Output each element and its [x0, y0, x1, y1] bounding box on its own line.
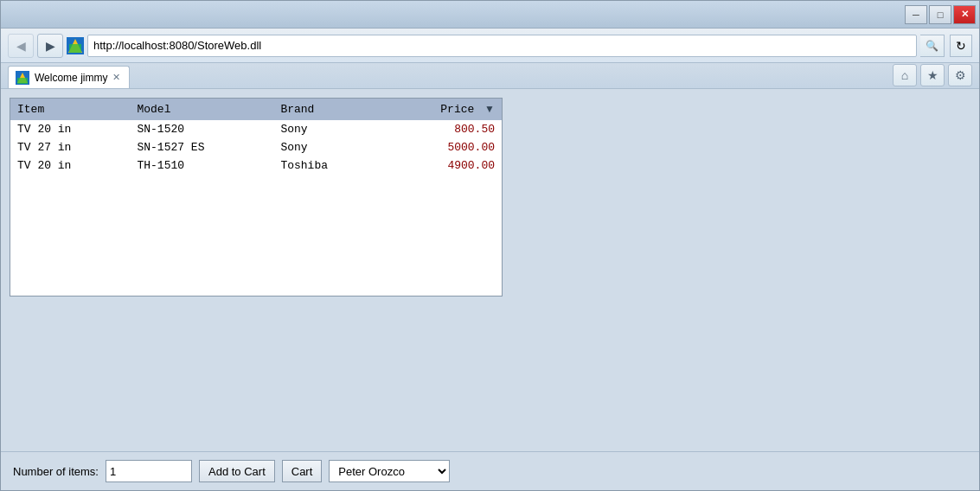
product-table-container: Item Model Brand Price ▼	[10, 98, 503, 297]
cell-model: SN-1527 ES	[130, 138, 273, 156]
tab-icon	[16, 71, 29, 85]
right-nav: ⌂ ★ ⚙	[893, 64, 972, 88]
refresh-button[interactable]: ↻	[950, 35, 972, 57]
qty-label: Number of items:	[13, 465, 99, 478]
customer-dropdown[interactable]: Peter OrozcoJohn SmithJane Doe	[329, 460, 450, 482]
back-button[interactable]: ◀	[8, 34, 34, 58]
tab-bar: Welcome jimmy ✕ ⌂ ★ ⚙	[1, 63, 979, 89]
cell-item: TV 20 in	[10, 156, 130, 175]
address-bar[interactable]	[87, 35, 917, 57]
svg-rect-2	[69, 44, 81, 53]
cell-brand: Sony	[273, 138, 381, 156]
title-bar: ─ □ ✕	[1, 1, 979, 29]
col-header-model: Model	[130, 99, 273, 120]
window-controls: ─ □ ✕	[905, 5, 976, 24]
favorites-button[interactable]: ★	[920, 64, 945, 86]
cell-brand: Sony	[273, 120, 381, 138]
cell-item: TV 20 in	[10, 120, 130, 138]
cell-price: 5000.00	[381, 138, 502, 156]
col-header-item: Item	[10, 99, 130, 120]
cell-model: TH-1510	[130, 156, 273, 175]
tab-close-button[interactable]: ✕	[112, 72, 120, 83]
col-header-brand: Brand	[273, 99, 381, 120]
table-header-row: Item Model Brand Price ▼	[10, 99, 502, 120]
quantity-input[interactable]	[106, 460, 192, 482]
close-button[interactable]: ✕	[953, 5, 976, 24]
content-area: Item Model Brand Price ▼	[1, 89, 979, 451]
table-row[interactable]: TV 20 in TH-1510 Toshiba 4900.00	[10, 156, 502, 175]
product-table: Item Model Brand Price ▼	[10, 99, 502, 175]
bottom-bar: Number of items: Add to Cart Cart Peter …	[1, 451, 979, 490]
svg-rect-5	[17, 78, 28, 84]
settings-button[interactable]: ⚙	[948, 64, 972, 86]
nav-bar: ◀ ▶ 🔍 ↻	[1, 29, 979, 63]
tab-label: Welcome jimmy	[35, 72, 107, 84]
minimize-button[interactable]: ─	[905, 5, 927, 24]
cell-item: TV 27 in	[10, 138, 130, 156]
home-button[interactable]: ⌂	[893, 64, 917, 86]
active-tab[interactable]: Welcome jimmy ✕	[8, 66, 130, 88]
maximize-button[interactable]: □	[929, 5, 951, 24]
cart-button[interactable]: Cart	[282, 460, 323, 482]
cell-brand: Toshiba	[273, 156, 381, 175]
table-row[interactable]: TV 20 in SN-1520 Sony 800.50	[10, 120, 502, 138]
col-header-price: Price ▼	[381, 99, 502, 120]
browser-logo-icon	[67, 37, 84, 54]
forward-button[interactable]: ▶	[37, 34, 63, 58]
cell-model: SN-1520	[130, 120, 273, 138]
browser-window: ─ □ ✕ ◀ ▶ 🔍 ↻ Welcome jimmy ✕	[0, 0, 980, 491]
product-table-body: TV 20 in SN-1520 Sony 800.50 TV 27 in SN…	[10, 120, 502, 175]
cell-price: 800.50	[381, 120, 502, 138]
search-button[interactable]: 🔍	[920, 35, 945, 57]
add-to-cart-button[interactable]: Add to Cart	[199, 460, 275, 482]
cell-price: 4900.00	[381, 156, 502, 175]
price-sort-button[interactable]: ▼	[484, 103, 495, 115]
table-row[interactable]: TV 27 in SN-1527 ES Sony 5000.00	[10, 138, 502, 156]
